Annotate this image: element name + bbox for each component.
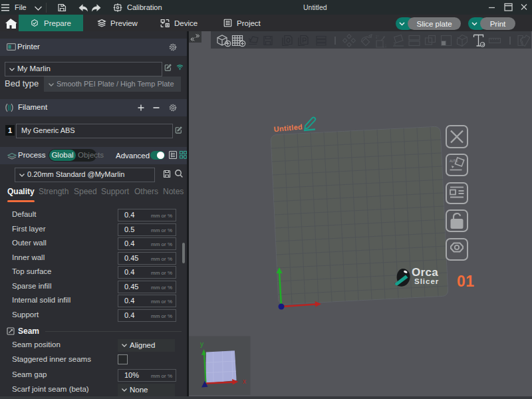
svg-text:01: 01 bbox=[457, 273, 475, 290]
svg-text:x: x bbox=[243, 378, 246, 385]
svg-text:y: y bbox=[200, 340, 203, 348]
svg-text:AUTO: AUTO bbox=[450, 160, 458, 163]
svg-text:Slicer: Slicer bbox=[414, 277, 439, 285]
svg-text:Untitled: Untitled bbox=[273, 122, 303, 133]
